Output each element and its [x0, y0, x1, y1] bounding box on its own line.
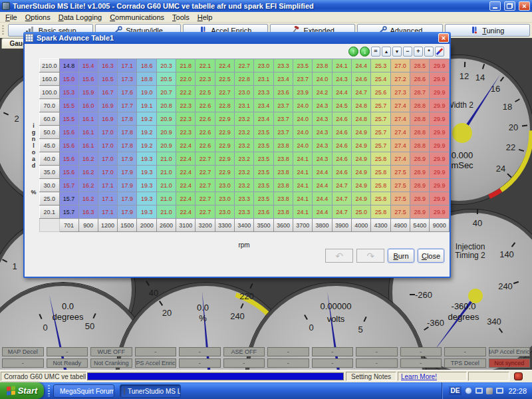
cell-45.0-3800[interactable]: 24.3	[313, 139, 332, 152]
cell-210.0-2000[interactable]: 18.6	[137, 59, 156, 72]
cell-30.0-3700[interactable]: 24.1	[293, 179, 313, 192]
cell-25.0-3800[interactable]: 24.4	[313, 192, 332, 205]
cell-60.0-9000[interactable]: 29.9	[430, 112, 450, 126]
cell-45.0-1200[interactable]: 17.0	[98, 139, 117, 152]
cell-20.1-3700[interactable]: 24.1	[293, 205, 313, 219]
cell-35.0-3500[interactable]: 23.5	[254, 166, 273, 179]
cell-210.0-3500[interactable]: 23.0	[254, 59, 273, 72]
cell-160.0-3100[interactable]: 22.0	[176, 72, 196, 86]
cell-25.0-1500[interactable]: 17.9	[118, 192, 137, 205]
cell-50.0-2600[interactable]: 20.9	[156, 126, 176, 139]
row-header-160.0[interactable]: 160.0	[40, 72, 60, 86]
cell-70.0-3100[interactable]: 22.3	[176, 99, 196, 112]
cell-100.0-3400[interactable]: 23.0	[235, 86, 254, 99]
cell-30.0-3600[interactable]: 23.8	[273, 179, 293, 192]
cell-30.0-701[interactable]: 15.7	[59, 179, 78, 192]
cell-45.0-2600[interactable]: 20.9	[156, 139, 176, 152]
cell-25.0-3100[interactable]: 22.4	[176, 192, 196, 205]
cell-210.0-3800[interactable]: 23.8	[313, 59, 332, 72]
cell-50.0-900[interactable]: 16.1	[78, 126, 98, 139]
menu-data-logging[interactable]: Data Logging	[55, 13, 106, 21]
cell-35.0-3700[interactable]: 24.1	[293, 166, 313, 179]
cell-40.0-3700[interactable]: 24.1	[293, 152, 313, 166]
cell-45.0-4900[interactable]: 27.4	[390, 139, 410, 152]
cell-20.1-3800[interactable]: 24.4	[313, 205, 332, 219]
cell-45.0-3400[interactable]: 23.2	[235, 139, 254, 152]
cell-70.0-3200[interactable]: 22.6	[196, 99, 215, 112]
cell-25.0-5400[interactable]: 28.9	[410, 192, 430, 205]
cell-50.0-3400[interactable]: 23.2	[235, 126, 254, 139]
cell-100.0-1500[interactable]: 17.6	[118, 86, 137, 99]
cell-70.0-3500[interactable]: 23.4	[254, 99, 273, 112]
cell-70.0-3600[interactable]: 23.7	[273, 99, 293, 112]
cell-25.0-2000[interactable]: 19.3	[137, 192, 156, 205]
cell-70.0-2000[interactable]: 19.1	[137, 99, 156, 112]
cell-210.0-3100[interactable]: 21.8	[176, 59, 196, 72]
cell-60.0-3100[interactable]: 22.3	[176, 112, 196, 126]
cell-45.0-5400[interactable]: 28.8	[410, 139, 430, 152]
cell-100.0-3200[interactable]: 22.5	[196, 86, 215, 99]
tray-display-icon[interactable]	[496, 388, 503, 394]
dialog-close-button[interactable]: ×	[438, 33, 449, 43]
cell-35.0-3300[interactable]: 22.9	[215, 166, 234, 179]
cell-30.0-3100[interactable]: 22.4	[176, 179, 196, 192]
cell-160.0-4000[interactable]: 24.6	[352, 72, 371, 86]
cell-30.0-3500[interactable]: 23.5	[254, 179, 273, 192]
cell-45.0-3900[interactable]: 24.6	[332, 139, 351, 152]
restore-button[interactable]	[504, 1, 515, 11]
col-header-900[interactable]: 900	[78, 219, 98, 232]
table-op-−-button[interactable]: −	[403, 47, 412, 57]
cell-20.1-3300[interactable]: 23.0	[215, 205, 234, 219]
col-header-2600[interactable]: 2600	[156, 219, 176, 232]
col-header-9000[interactable]: 9000	[430, 219, 450, 232]
cell-40.0-1500[interactable]: 17.9	[118, 152, 137, 166]
cell-45.0-3600[interactable]: 23.8	[273, 139, 293, 152]
redo-button[interactable]: ↷	[356, 249, 384, 263]
tuning-button[interactable]: Tuning	[445, 24, 530, 37]
cell-35.0-2600[interactable]: 21.0	[156, 166, 176, 179]
cell-35.0-3900[interactable]: 24.6	[332, 166, 351, 179]
cell-100.0-3800[interactable]: 24.2	[313, 86, 332, 99]
cell-45.0-900[interactable]: 16.1	[78, 139, 98, 152]
cell-60.0-2000[interactable]: 19.2	[137, 112, 156, 126]
menu-file[interactable]: File	[1, 13, 21, 21]
cell-20.1-900[interactable]: 16.3	[78, 205, 98, 219]
cell-60.0-3500[interactable]: 23.4	[254, 112, 273, 126]
cell-50.0-3900[interactable]: 24.6	[332, 126, 351, 139]
cell-70.0-3400[interactable]: 23.1	[235, 99, 254, 112]
cell-70.0-9000[interactable]: 29.9	[430, 99, 450, 112]
cell-160.0-9000[interactable]: 29.9	[430, 72, 450, 86]
cell-60.0-701[interactable]: 15.5	[59, 112, 78, 126]
table-op-▼-button[interactable]: ▼	[392, 47, 402, 57]
cell-30.0-1200[interactable]: 17.1	[98, 179, 117, 192]
cell-25.0-2600[interactable]: 21.0	[156, 192, 176, 205]
cell-210.0-3200[interactable]: 22.1	[196, 59, 215, 72]
cell-210.0-3900[interactable]: 24.1	[332, 59, 351, 72]
cell-40.0-701[interactable]: 15.6	[59, 152, 78, 166]
row-header-20.1[interactable]: 20.1	[40, 205, 60, 219]
cell-35.0-4900[interactable]: 27.5	[390, 166, 410, 179]
cell-210.0-701[interactable]: 14.8	[59, 59, 78, 72]
cell-20.1-3400[interactable]: 23.3	[235, 205, 254, 219]
cell-210.0-3700[interactable]: 23.5	[293, 59, 313, 72]
cell-50.0-3700[interactable]: 24.0	[293, 126, 313, 139]
cell-100.0-3100[interactable]: 22.2	[176, 86, 196, 99]
cell-100.0-9000[interactable]: 29.9	[430, 86, 450, 99]
menu-communications[interactable]: Communications	[106, 13, 168, 21]
cell-30.0-2000[interactable]: 19.3	[137, 179, 156, 192]
col-header-3900[interactable]: 3900	[332, 219, 351, 232]
cell-50.0-4900[interactable]: 27.4	[390, 126, 410, 139]
cell-30.0-3900[interactable]: 24.7	[332, 179, 351, 192]
cell-30.0-3300[interactable]: 23.0	[215, 179, 234, 192]
cell-60.0-5400[interactable]: 28.8	[410, 112, 430, 126]
cell-100.0-4900[interactable]: 27.3	[390, 86, 410, 99]
language-indicator[interactable]: DE	[449, 386, 462, 395]
cell-210.0-3400[interactable]: 22.7	[235, 59, 254, 72]
table-op-▲-button[interactable]: ▲	[382, 47, 391, 57]
cell-160.0-1500[interactable]: 17.3	[118, 72, 137, 86]
cell-20.1-3200[interactable]: 22.7	[196, 205, 215, 219]
window-titlebar[interactable]: TunerStudio MS Lite! v1.005 - Corrado G6…	[0, 0, 532, 12]
cell-70.0-3700[interactable]: 24.0	[293, 99, 313, 112]
cell-35.0-4300[interactable]: 25.8	[371, 166, 390, 179]
cell-210.0-2600[interactable]: 20.3	[156, 59, 176, 72]
